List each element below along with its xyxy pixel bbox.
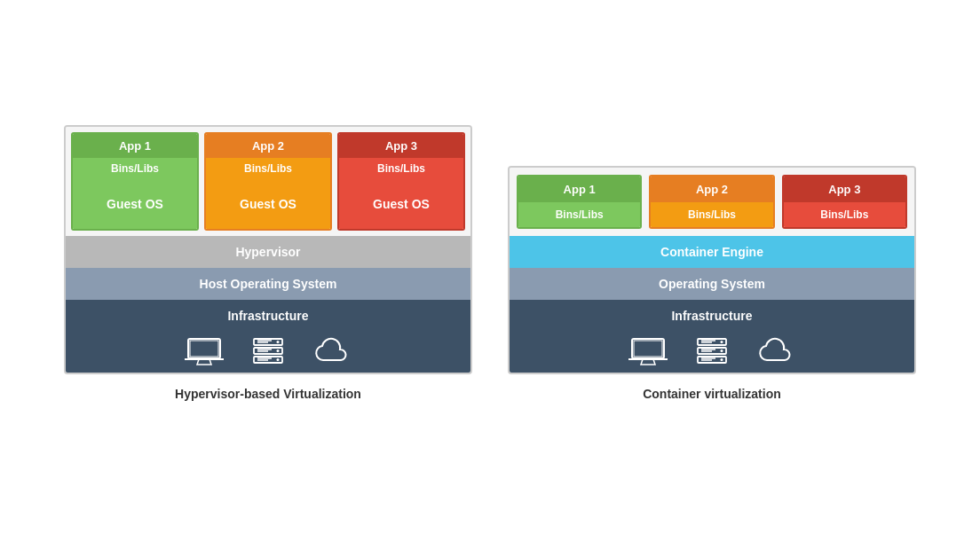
right-apps-row: App 1 Bins/Libs App 2 Bins/Libs App 3 Bi… [510, 168, 914, 236]
left-infra-bar: Infrastructure [66, 300, 470, 323]
left-diagram-label: Hypervisor-based Virtualization [175, 387, 361, 401]
right-bins3-label: Bins/Libs [784, 202, 905, 227]
cloud-icon-right [755, 335, 797, 369]
left-guestos3-label: Guest OS [339, 179, 463, 229]
hypervisor-bar: Hypervisor [66, 236, 470, 268]
server-icon [247, 335, 289, 369]
right-arch-box: App 1 Bins/Libs App 2 Bins/Libs App 3 Bi… [508, 166, 916, 374]
right-app2-label: App 2 [651, 177, 772, 202]
left-app-column-2: App 2 Bins/Libs Guest OS [204, 132, 332, 231]
svg-rect-15 [632, 339, 664, 358]
left-app2-label: App 2 [206, 134, 330, 158]
left-guestos1-label: Guest OS [73, 179, 197, 229]
left-app1-label: App 1 [73, 134, 197, 158]
left-app-column-1: App 1 Bins/Libs Guest OS [71, 132, 199, 231]
svg-point-27 [721, 358, 723, 361]
svg-point-4 [277, 341, 280, 343]
left-guestos2-label: Guest OS [206, 179, 330, 229]
right-app-column-2: App 2 Bins/Libs [649, 175, 774, 229]
svg-point-12 [277, 358, 280, 361]
left-bins2-label: Bins/Libs [206, 158, 330, 179]
laptop-icon [183, 335, 225, 369]
server-icon-right [691, 335, 733, 369]
right-diagram-section: App 1 Bins/Libs App 2 Bins/Libs App 3 Bi… [508, 166, 916, 401]
container-engine-bar: Container Engine [510, 236, 914, 268]
svg-point-8 [277, 349, 280, 352]
left-bins1-label: Bins/Libs [73, 158, 197, 179]
left-icons-row [66, 323, 470, 373]
left-diagram-section: App 1 Bins/Libs Guest OS App 2 Bins/Libs… [64, 125, 472, 401]
left-bins3-label: Bins/Libs [339, 158, 463, 179]
cloud-icon [311, 335, 353, 369]
right-diagram-label: Container virtualization [643, 387, 781, 401]
svg-rect-0 [188, 339, 220, 358]
host-os-bar: Host Operating System [66, 268, 470, 300]
left-apps-row: App 1 Bins/Libs Guest OS App 2 Bins/Libs… [66, 127, 470, 236]
right-app3-label: App 3 [784, 177, 905, 202]
os-bar: Operating System [510, 268, 914, 300]
svg-rect-16 [634, 341, 662, 357]
left-arch-box: App 1 Bins/Libs Guest OS App 2 Bins/Libs… [64, 125, 472, 374]
right-infra-bar: Infrastructure [510, 300, 914, 323]
right-bins2-label: Bins/Libs [651, 202, 772, 227]
svg-point-19 [721, 341, 723, 343]
svg-rect-1 [190, 341, 218, 357]
right-icons-row [510, 323, 914, 373]
left-app-column-3: App 3 Bins/Libs Guest OS [337, 132, 465, 231]
laptop-icon-right [627, 335, 669, 369]
left-app3-label: App 3 [339, 134, 463, 158]
right-app-column-1: App 1 Bins/Libs [517, 175, 642, 229]
right-bins1-label: Bins/Libs [518, 202, 640, 227]
main-diagram: App 1 Bins/Libs Guest OS App 2 Bins/Libs… [28, 107, 952, 428]
right-app1-label: App 1 [518, 177, 640, 202]
right-app-column-3: App 3 Bins/Libs [782, 175, 907, 229]
svg-point-23 [721, 349, 723, 352]
